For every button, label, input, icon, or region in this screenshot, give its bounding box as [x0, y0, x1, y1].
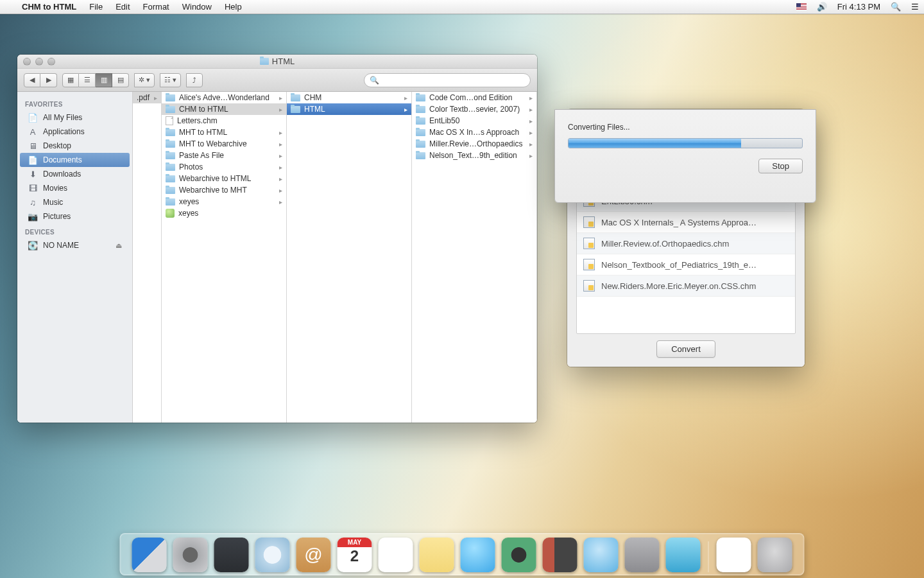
volume-icon[interactable]: 🔊 [812, 2, 832, 12]
list-item[interactable]: MHT to HTML [162, 127, 286, 138]
eject-icon[interactable]: ⏏ [116, 241, 122, 250]
dock-safari-icon[interactable] [255, 538, 290, 572]
item-label: Photos [179, 162, 203, 171]
list-item[interactable]: Paste As File [162, 150, 286, 161]
list-item[interactable]: CHM [287, 92, 411, 103]
forward-button[interactable]: ▶ [40, 73, 57, 87]
item-label: Webarchive to MHT [179, 186, 247, 195]
list-item[interactable]: Webarchive to MHT [162, 184, 286, 196]
spotlight-icon[interactable]: 🔍 [886, 2, 906, 12]
file-list-item[interactable]: New.Riders.More.Eric.Meyer.on.CSS.chm [577, 276, 795, 297]
file-name: Mac OS X Internals_ A Systems Approa… [601, 218, 757, 227]
sidebar-item-movies[interactable]: 🎞Movies [20, 181, 130, 195]
sidebar-item-downloads[interactable]: ⬇Downloads [20, 167, 130, 181]
list-item[interactable]: Nelson_Text…9th_edition [412, 150, 536, 161]
dock-calendar-icon[interactable]: MAY2 [338, 538, 372, 572]
list-item[interactable]: HTML [287, 103, 411, 115]
list-item[interactable]: MHT to Webarchive [162, 138, 286, 150]
dock-reminders-icon[interactable] [379, 538, 413, 572]
item-label: Webarchive to HTML [179, 174, 251, 183]
dock-chmtohtml-icon[interactable] [666, 538, 701, 572]
sidebar-item-desktop[interactable]: 🖥Desktop [20, 139, 130, 153]
list-item[interactable]: xeyes [162, 196, 286, 207]
list-item[interactable]: Webarchive to HTML [162, 173, 286, 184]
list-item[interactable]: Code Com…ond Edition [412, 92, 536, 103]
menu-help[interactable]: Help [218, 2, 248, 12]
dock-itunes-icon[interactable] [584, 538, 619, 572]
folder-icon [260, 58, 269, 65]
sidebar-item-music[interactable]: ♫Music [20, 195, 130, 209]
finder-sidebar: FAVORITES 📄All My FilesAApplications🖥Des… [17, 92, 133, 423]
column-1[interactable]: .pdf [133, 92, 162, 423]
item-label: Paste As File [179, 151, 224, 160]
file-list-item[interactable]: Miller.Review.of.Orthopaedics.chm [577, 233, 795, 254]
notification-center-icon[interactable]: ☰ [906, 2, 924, 12]
column-view-button[interactable]: ▥ [96, 73, 112, 87]
list-item[interactable]: Alice's Adve…Wonderland [162, 92, 286, 103]
sidebar-icon: 🖥 [28, 141, 38, 151]
file-list-item[interactable]: Mac OS X Internals_ A Systems Approa… [577, 212, 795, 233]
list-item[interactable]: .pdf [133, 92, 161, 103]
column-3[interactable]: CHMHTML [287, 92, 412, 423]
dock-notes-icon[interactable] [420, 538, 454, 572]
list-item[interactable]: CHM to HTML [162, 103, 286, 115]
menu-window[interactable]: Window [176, 2, 218, 12]
item-label: HTML [304, 105, 325, 114]
file-name: New.Riders.More.Eric.Meyer.on.CSS.chm [601, 281, 756, 291]
column-4[interactable]: Code Com…ond EditionColor Textb…sevier, … [412, 92, 537, 423]
item-label: Nelson_Text…9th_edition [429, 151, 517, 160]
arrange-button[interactable]: ☷ ▾ [160, 73, 181, 87]
input-menu-icon[interactable] [791, 3, 812, 10]
dock-messages-icon[interactable] [461, 538, 495, 572]
list-item[interactable]: Mac OS X In…s Approach [412, 127, 536, 138]
dock-launchpad-icon[interactable] [173, 538, 208, 572]
list-view-button[interactable]: ☰ [79, 73, 96, 87]
finder-titlebar[interactable]: HTML [17, 55, 537, 69]
clock[interactable]: Fri 4:13 PM [832, 2, 886, 12]
sidebar-icon: 📷 [28, 211, 38, 222]
dock-photobooth-icon[interactable] [543, 538, 578, 572]
app-menu[interactable]: CHM to HTML [15, 2, 83, 12]
dock: @ MAY2 [120, 533, 805, 575]
menu-edit[interactable]: Edit [109, 2, 136, 12]
list-item[interactable]: Photos [162, 161, 286, 173]
icon-view-button[interactable]: ▦ [62, 73, 79, 87]
finder-toolbar: ◀ ▶ ▦ ☰ ▥ ▤ ✲ ▾ ☷ ▾ ⤴ 🔍 [17, 69, 537, 92]
sidebar-device[interactable]: 💽NO NAME⏏ [20, 238, 130, 252]
sidebar-item-label: Downloads [43, 170, 81, 179]
sidebar-item-documents[interactable]: 📄Documents [20, 153, 130, 167]
sidebar-item-pictures[interactable]: 📷Pictures [20, 209, 130, 223]
chm-file-icon [583, 238, 595, 249]
sidebar-item-all-my-files[interactable]: 📄All My Files [20, 110, 130, 125]
list-item[interactable]: xeyes [162, 207, 286, 219]
stop-button[interactable]: Stop [758, 159, 803, 173]
sidebar-item-label: Movies [43, 184, 67, 193]
dock-sysprefs-icon[interactable] [625, 538, 660, 572]
dock-missioncontrol-icon[interactable] [214, 538, 249, 572]
column-2[interactable]: Alice's Adve…WonderlandCHM to HTMLLetter… [162, 92, 287, 423]
list-item[interactable]: EntLib50 [412, 115, 536, 127]
sidebar-item-applications[interactable]: AApplications [20, 125, 130, 139]
share-button[interactable]: ⤴ [186, 73, 203, 87]
menu-file[interactable]: File [83, 2, 109, 12]
dock-finder-icon[interactable] [132, 538, 167, 572]
search-input[interactable]: 🔍 [364, 73, 531, 87]
convert-button[interactable]: Convert [656, 340, 715, 358]
list-item[interactable]: Miller.Revie…Orthopaedics [412, 138, 536, 150]
list-item[interactable]: Color Textb…sevier, 2007) [412, 103, 536, 115]
dock-archive-icon[interactable] [717, 538, 751, 572]
dock-facetime-icon[interactable] [502, 538, 536, 572]
search-icon: 🔍 [370, 76, 379, 85]
file-list-item[interactable]: Nelson_Textbook_of_Pediatrics_19th_e… [577, 254, 795, 276]
back-button[interactable]: ◀ [24, 73, 40, 87]
menu-format[interactable]: Format [137, 2, 176, 12]
dock-trash-icon[interactable] [758, 538, 792, 572]
sidebar-icon: 📄 [28, 155, 38, 165]
action-button[interactable]: ✲ ▾ [134, 73, 155, 87]
dock-mail-icon[interactable]: @ [296, 538, 331, 572]
window-title: HTML [17, 57, 537, 66]
list-item[interactable]: Letters.chm [162, 115, 286, 127]
folder-icon [166, 141, 175, 148]
folder-icon [166, 187, 175, 194]
coverflow-view-button[interactable]: ▤ [112, 73, 129, 87]
